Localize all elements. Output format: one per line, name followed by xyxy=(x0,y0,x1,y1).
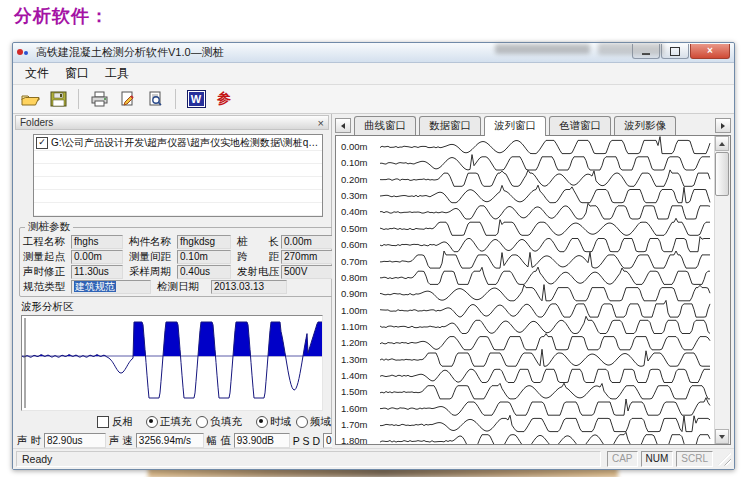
wave-row: 0.30m xyxy=(341,185,710,203)
folders-close-icon[interactable]: × xyxy=(318,118,324,128)
sound-time-label: 声 时 xyxy=(17,434,41,448)
empty-row xyxy=(34,190,322,203)
measure-interval-field: 0.10m xyxy=(177,250,231,264)
vertical-scrollbar[interactable] xyxy=(714,136,730,444)
sound-time-field[interactable]: 82.90us xyxy=(44,433,106,448)
open-folder-icon xyxy=(21,91,40,107)
negative-fill-radio[interactable]: 负填充 xyxy=(196,415,242,429)
wave-trace xyxy=(380,251,710,268)
depth-label: 1.40m xyxy=(341,370,367,381)
close-icon: × xyxy=(707,46,713,56)
depth-label: 0.00m xyxy=(341,141,367,152)
chevron-left-icon xyxy=(341,123,345,129)
word-export-button[interactable]: W xyxy=(186,89,206,109)
parameters-button[interactable]: 参 xyxy=(214,89,234,109)
wave-trace xyxy=(380,170,710,186)
wave-trace xyxy=(380,383,710,399)
print-button[interactable] xyxy=(89,89,109,109)
sound-speed-label: 声 速 xyxy=(109,434,133,448)
wave-row: 1.60m xyxy=(341,398,710,416)
minimize-button[interactable] xyxy=(632,44,660,59)
scroll-down-button[interactable] xyxy=(715,429,729,444)
scroll-indicator: SCRL xyxy=(676,451,713,467)
folders-panel: Folders × ✓ G:\公司产品设计开发\超声仪器\超声仪实地检测数据\测… xyxy=(13,114,332,448)
app-icon xyxy=(17,47,33,58)
folder-list-item[interactable]: ✓ G:\公司产品设计开发\超声仪器\超声仪实地检测数据\测桩qd\qd03\q… xyxy=(34,135,322,151)
invert-checkbox[interactable]: ✓ 反相 xyxy=(97,415,133,429)
pile-params-group: 测桩参数 工程名称 fhghs 构件名称 fhgkdsg 桩 长 0.00m 测… xyxy=(19,220,347,297)
params-row: 测量起点 0.00m 测量间距 0.10m 跨 距 270mm xyxy=(23,249,343,264)
depth-label: 1.20m xyxy=(341,337,367,348)
folder-item-checkbox[interactable]: ✓ xyxy=(36,137,48,149)
status-bar: Ready CAP NUM SCRL xyxy=(13,448,734,469)
measure-start-field: 0.00m xyxy=(71,250,123,264)
tab-data-window[interactable]: 数据窗口 xyxy=(419,116,481,135)
scrollbar-thumb[interactable] xyxy=(715,152,729,196)
wave-trace xyxy=(380,432,710,445)
waveform-controls: ✓ 反相 正填充 负填充 时域 xyxy=(13,415,331,429)
open-folder-button[interactable] xyxy=(20,89,40,109)
amplitude-field[interactable]: 93.90dB xyxy=(234,433,290,448)
menu-item-window[interactable]: 窗口 xyxy=(57,63,97,84)
scroll-up-button[interactable] xyxy=(715,136,729,151)
component-name-field: fhgkdsg xyxy=(177,235,231,249)
depth-label: 1.80m xyxy=(341,435,367,445)
wave-window-panel: 曲线窗口 数据窗口 波列窗口 色谱窗口 波列影像 0.00m0.10m0.20m… xyxy=(332,114,734,448)
maximize-button[interactable] xyxy=(661,44,689,59)
depth-label: 1.60m xyxy=(341,403,367,414)
time-domain-radio[interactable]: 时域 xyxy=(256,415,291,429)
positive-fill-radio[interactable]: 正填充 xyxy=(146,415,192,429)
readouts-row: 声 时 82.90us 声 速 3256.94m/s 幅 值 93.90dB P… xyxy=(17,433,329,448)
print-preview-button[interactable] xyxy=(145,89,165,109)
save-button[interactable] xyxy=(48,89,68,109)
sound-speed-field[interactable]: 3256.94m/s xyxy=(136,433,204,448)
wave-trace xyxy=(380,415,710,431)
wave-trace xyxy=(380,316,710,333)
empty-row xyxy=(34,164,322,177)
wave-row: 0.20m xyxy=(341,170,710,186)
wave-trace xyxy=(380,218,710,235)
toolbar-separator xyxy=(78,89,79,109)
save-icon xyxy=(50,91,67,107)
wave-row: 0.90m xyxy=(341,285,710,301)
empty-row xyxy=(34,216,322,217)
app-window: 高铁建混凝土检测分析软件V1.0—测桩 × 文件 窗口 工具 xyxy=(12,42,735,470)
depth-label: 0.80m xyxy=(341,272,367,283)
print-preview-icon xyxy=(147,91,164,107)
amplitude-label: 幅 值 xyxy=(207,434,231,448)
menu-item-tools[interactable]: 工具 xyxy=(97,63,137,84)
field-label: 规范类型 xyxy=(23,280,71,294)
tab-colormap-window[interactable]: 色谱窗口 xyxy=(549,116,611,135)
tab-scroll-right-button[interactable] xyxy=(715,118,731,133)
window-titlebar: 高铁建混凝土检测分析软件V1.0—测桩 × xyxy=(13,43,734,63)
waveform-analysis-chart xyxy=(21,315,323,411)
tab-wavetrain-window[interactable]: 波列窗口 xyxy=(484,116,546,136)
analysis-area-label: 波形分析区 xyxy=(21,300,331,314)
toolbar: W 参 xyxy=(13,85,734,114)
field-label: 构件名称 xyxy=(129,235,177,249)
freq-domain-radio[interactable]: 频域 xyxy=(296,415,331,429)
menu-bar: 文件 窗口 工具 xyxy=(13,63,734,85)
status-message: Ready xyxy=(16,451,601,467)
empty-row xyxy=(34,177,322,190)
wave-row: 0.80m xyxy=(341,267,710,284)
field-label: 桩 长 xyxy=(237,235,281,249)
menu-item-file[interactable]: 文件 xyxy=(17,63,57,84)
negative-fill-label: 负填充 xyxy=(210,415,242,429)
resize-grip[interactable] xyxy=(718,453,731,466)
depth-label: 1.50m xyxy=(341,386,367,397)
depth-label: 1.10m xyxy=(341,321,367,332)
wavetrain-view[interactable]: 0.00m0.10m0.20m0.30m0.40m0.50m0.60m0.70m… xyxy=(335,135,731,445)
empty-row xyxy=(34,203,322,216)
params-row: 声时修正 11.30us 采样周期 0.40us 发射电压 500V xyxy=(23,264,343,279)
tab-scroll-left-button[interactable] xyxy=(335,118,351,133)
close-button[interactable]: × xyxy=(690,44,730,59)
caps-indicator: CAP xyxy=(607,451,638,467)
tab-curve-window[interactable]: 曲线窗口 xyxy=(354,116,416,135)
project-name-field: fhghs xyxy=(71,235,123,249)
tab-wavetrain-image[interactable]: 波列影像 xyxy=(614,116,676,135)
field-label: 采样周期 xyxy=(129,265,177,279)
folders-list[interactable]: ✓ G:\公司产品设计开发\超声仪器\超声仪实地检测数据\测桩qd\qd03\q… xyxy=(33,134,323,217)
wave-trace xyxy=(380,285,710,301)
print-edit-button[interactable] xyxy=(117,89,137,109)
